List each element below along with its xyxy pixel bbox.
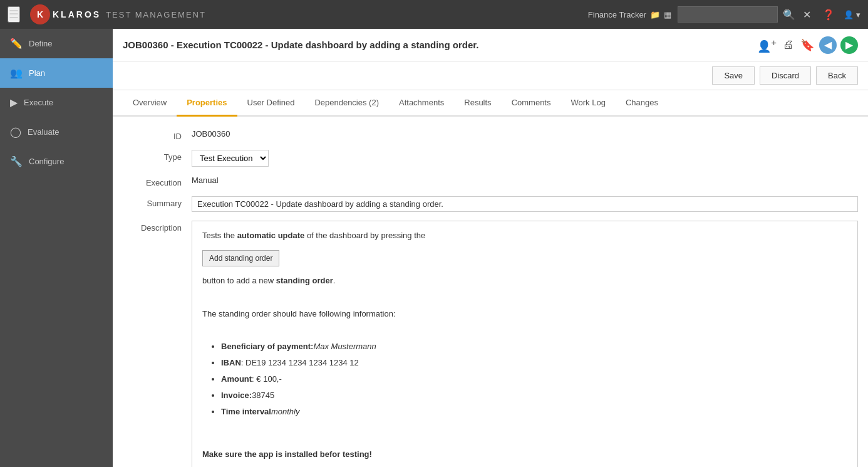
tab-overview[interactable]: Overview	[123, 90, 177, 117]
topnav: ☰ K KLAROS TEST MANAGEMENT Finance Track…	[0, 0, 868, 29]
page-title: JOB00360 - Execution TC00022 - Update da…	[123, 39, 478, 50]
tab-comments[interactable]: Comments	[502, 90, 561, 117]
search-input[interactable]	[678, 6, 778, 23]
logo-icon: K	[30, 4, 50, 24]
add-user-button[interactable]: 👤+	[756, 36, 778, 55]
execute-icon: ▶	[10, 97, 18, 108]
sidebar: ✏️ Define 👥 Plan ▶ Execute ◯ Evaluate 🔧 …	[0, 29, 113, 467]
field-type: Type Test Execution	[123, 150, 858, 167]
tab-work-log[interactable]: Work Log	[561, 90, 615, 117]
desc-bullet-amount: Amount: € 100,-	[221, 372, 847, 386]
navigate-next-button[interactable]: ▶	[840, 36, 858, 54]
field-summary-value	[192, 196, 858, 212]
field-summary-label: Summary	[123, 196, 192, 208]
user-dropdown-icon: ▾	[856, 10, 860, 19]
desc-bold-standing-order: standing order	[276, 276, 333, 285]
desc-bullet-invoice: Invoice:38745	[221, 389, 847, 402]
type-select[interactable]: Test Execution	[192, 150, 269, 167]
sidebar-item-configure[interactable]: 🔧 Configure	[0, 147, 113, 176]
project-folder-icon: 📁	[650, 10, 660, 19]
desc-bullet-beneficiary: Beneficiary of payment:Max Mustermann	[221, 340, 847, 354]
field-description: Description Tests the automatic update o…	[123, 221, 858, 467]
field-id: ID JOB00360	[123, 129, 858, 141]
search-bar: 🔍 ✕	[678, 6, 814, 23]
sidebar-item-label-evaluate: Evaluate	[28, 127, 59, 137]
project-name: Finance Tracker	[588, 10, 646, 19]
description-box: Tests the automatic update of the dashbo…	[192, 221, 858, 467]
tab-results[interactable]: Results	[454, 90, 501, 117]
back-button[interactable]: Back	[816, 66, 858, 85]
sidebar-item-label-execute: Execute	[24, 98, 53, 107]
desc-warning: Make sure the app is installed befor tes…	[202, 448, 847, 461]
bookmark-button[interactable]: 🔖	[799, 37, 815, 53]
project-selector[interactable]: Finance Tracker 📁 ▦	[588, 10, 671, 19]
sidebar-item-define[interactable]: ✏️ Define	[0, 29, 113, 58]
project-grid-icon: ▦	[664, 10, 671, 19]
tab-properties[interactable]: Properties	[177, 90, 237, 117]
tab-user-defined[interactable]: User Defined	[237, 90, 305, 117]
field-summary: Summary	[123, 196, 858, 212]
logo-text: KLAROS	[53, 9, 101, 19]
field-id-value: JOB00360	[192, 129, 858, 139]
search-clear-button[interactable]: ✕	[800, 8, 814, 22]
field-execution-value: Manual	[192, 176, 858, 185]
sidebar-item-evaluate[interactable]: ◯ Evaluate	[0, 117, 113, 147]
field-type-value: Test Execution	[192, 150, 858, 167]
desc-bold-auto-update: automatic update	[237, 231, 305, 240]
desc-line1: Tests the automatic update of the dashbo…	[202, 229, 847, 243]
field-type-label: Type	[123, 150, 192, 162]
summary-input[interactable]	[192, 196, 858, 212]
plan-icon: 👥	[10, 67, 23, 79]
field-description-label: Description	[123, 221, 192, 233]
tab-attachments[interactable]: Attachments	[389, 90, 454, 117]
form-content: ID JOB00360 Type Test Execution Executio…	[113, 117, 868, 467]
tab-changes[interactable]: Changes	[616, 90, 668, 117]
field-execution-label: Execution	[123, 176, 192, 187]
navigate-prev-button[interactable]: ◀	[819, 36, 837, 54]
save-button[interactable]: Save	[712, 66, 755, 85]
evaluate-icon: ◯	[10, 126, 21, 138]
sidebar-item-label-configure: Configure	[29, 157, 64, 166]
field-description-value: Tests the automatic update of the dashbo…	[192, 221, 858, 467]
sidebar-item-execute[interactable]: ▶ Execute	[0, 88, 113, 117]
help-button[interactable]: ❓	[820, 8, 837, 22]
search-button[interactable]: 🔍	[780, 8, 798, 22]
hamburger-menu[interactable]: ☰	[8, 6, 20, 23]
desc-add-standing-order-btn: Add standing order	[202, 250, 279, 266]
sidebar-item-label-plan: Plan	[29, 68, 45, 78]
discard-button[interactable]: Discard	[760, 66, 811, 85]
desc-bullet-list: Beneficiary of payment:Max Mustermann IB…	[221, 340, 847, 419]
desc-bullet-time-interval: Time intervalmonthly	[221, 405, 847, 419]
configure-icon: 🔧	[10, 155, 23, 167]
logo: K KLAROS TEST MANAGEMENT	[30, 4, 206, 24]
main-content: JOB00360 - Execution TC00022 - Update da…	[113, 29, 868, 467]
logo-subtitle: TEST MANAGEMENT	[106, 10, 206, 19]
user-icon: 👤	[844, 10, 854, 19]
sidebar-item-plan[interactable]: 👥 Plan	[0, 58, 113, 88]
desc-button-line: Add standing order	[202, 248, 847, 269]
toolbar: Save Discard Back	[113, 61, 868, 90]
desc-line3: The standing order should have following…	[202, 307, 847, 321]
field-execution: Execution Manual	[123, 176, 858, 187]
sidebar-item-label-define: Define	[29, 39, 53, 48]
tab-bar: Overview Properties User Defined Depende…	[113, 90, 868, 117]
page-header: JOB00360 - Execution TC00022 - Update da…	[113, 29, 868, 61]
tab-dependencies[interactable]: Dependencies (2)	[304, 90, 389, 117]
user-menu[interactable]: 👤 ▾	[844, 10, 860, 19]
page-header-actions: 👤+ 🖨 🔖 ◀ ▶	[756, 36, 858, 55]
print-button[interactable]: 🖨	[782, 37, 795, 53]
field-id-label: ID	[123, 129, 192, 141]
desc-bullet-iban: IBAN: DE19 1234 1234 1234 1234 12	[221, 356, 847, 370]
define-icon: ✏️	[10, 38, 23, 50]
desc-line2: button to add a new standing order.	[202, 274, 847, 288]
